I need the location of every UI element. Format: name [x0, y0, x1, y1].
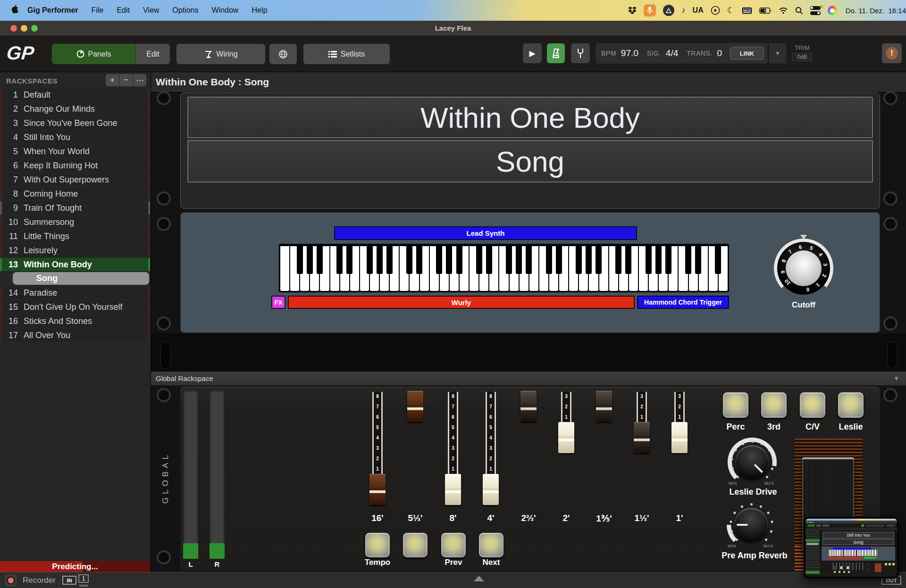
menubar-clock[interactable]: Do. 11. Dez. 16:14	[846, 7, 906, 15]
menu-edit[interactable]: Edit	[117, 6, 130, 15]
rackspace-item-17[interactable]: 17All Over You	[0, 329, 150, 342]
piano-black-key[interactable]	[346, 246, 352, 274]
transport-button[interactable]	[403, 532, 428, 558]
piano-black-key[interactable]	[456, 246, 462, 274]
piano-black-key[interactable]	[386, 246, 393, 274]
rackspace-item-16[interactable]: 16Sticks And Stones	[0, 315, 150, 328]
led-button-perc[interactable]	[722, 392, 749, 418]
trans-value[interactable]: 0	[717, 48, 722, 58]
drawbar-handle-16[interactable]	[369, 474, 386, 505]
piano-black-key[interactable]	[317, 246, 323, 274]
rackspace-item-15[interactable]: 15Don't Give Up On Yourself	[0, 300, 150, 314]
variation-item-song[interactable]: Song	[13, 272, 149, 285]
rackspace-item-12[interactable]: 12Leisurely	[0, 244, 150, 257]
rackspace-item-9[interactable]: 9Train Of Tought	[0, 201, 150, 215]
sig-value[interactable]: 4/4	[666, 48, 678, 58]
tuner-button[interactable]	[571, 43, 590, 63]
piano-black-key[interactable]	[476, 246, 482, 274]
piano-black-key[interactable]	[416, 246, 422, 274]
rackspace-item-6[interactable]: 6Keep It Burning Hot	[0, 159, 150, 172]
setlists-button[interactable]: Setlists	[303, 44, 390, 64]
play-circle-icon[interactable]	[711, 5, 720, 16]
transport-button-next[interactable]	[478, 532, 504, 558]
rackspace-item-3[interactable]: 3Since You've Been Gone	[0, 116, 150, 130]
transport-button-prev[interactable]	[441, 532, 466, 558]
wifi-icon[interactable]	[779, 5, 788, 16]
rackspace-menu-button[interactable]: ⋯	[133, 74, 146, 86]
wiring-button[interactable]: Wiring	[176, 44, 265, 64]
microphone-icon[interactable]	[644, 5, 656, 16]
piano-black-key[interactable]	[576, 246, 582, 274]
piano-black-key[interactable]	[615, 246, 621, 274]
piano-black-key[interactable]	[685, 246, 691, 274]
piano-black-key[interactable]	[665, 246, 671, 274]
pre-amp-reverb-knob[interactable]: MIN MAX	[727, 500, 776, 549]
leslie-drive-knob[interactable]: MIN MAX	[728, 438, 777, 487]
expand-arrow-icon[interactable]	[474, 576, 484, 581]
piano-black-key[interactable]	[556, 246, 562, 274]
led-button-3rd[interactable]	[761, 392, 787, 418]
piano-black-key[interactable]	[625, 246, 631, 274]
piano-black-key[interactable]	[516, 246, 522, 274]
drawbar-handle-1[interactable]	[596, 391, 612, 422]
search-icon[interactable]	[795, 5, 803, 16]
piano-black-key[interactable]	[715, 246, 721, 274]
piano-black-key[interactable]	[446, 246, 452, 274]
battery-icon[interactable]	[759, 5, 772, 16]
piano-black-key[interactable]	[695, 246, 701, 274]
global-rackspace-header[interactable]: Global Rackspace ▼	[151, 372, 906, 386]
rackspace-item-8[interactable]: 8Coming Home	[0, 187, 150, 200]
panic-button[interactable]: !	[882, 43, 902, 63]
record-button[interactable]	[5, 574, 17, 587]
piano-black-key[interactable]	[646, 246, 652, 274]
led-button-cv[interactable]	[799, 392, 826, 418]
add-rackspace-button[interactable]: +	[106, 74, 119, 86]
trim-value[interactable]: 0dB	[792, 53, 812, 61]
piano-black-key[interactable]	[307, 246, 313, 274]
rackspace-item-10[interactable]: 10Summersong	[0, 215, 150, 229]
piano-white-key[interactable]	[280, 246, 290, 291]
drawbar-handle-2[interactable]	[520, 391, 537, 422]
drawbar-handle-8[interactable]	[445, 474, 461, 505]
apple-icon[interactable]	[11, 5, 19, 16]
piano-black-key[interactable]	[486, 246, 492, 274]
input-badge[interactable]: IN	[62, 576, 76, 585]
piano-black-key[interactable]	[406, 246, 412, 274]
piano-black-key[interactable]	[655, 246, 662, 274]
transport-button-tempo[interactable]	[365, 532, 390, 558]
piano-black-key[interactable]	[596, 246, 602, 274]
wurly-zone-label[interactable]: Wurly	[288, 296, 635, 309]
drawbar-handle-1[interactable]	[634, 422, 650, 453]
tempo-dropdown-caret[interactable]: ▼	[769, 50, 787, 57]
rackspace-item-14[interactable]: 14Paradise	[0, 286, 150, 299]
globe-button[interactable]	[269, 44, 297, 64]
rackspace-item-1[interactable]: 1Default	[0, 88, 150, 101]
lead-synth-zone-label[interactable]: Lead Synth	[334, 226, 637, 240]
piano-black-key[interactable]	[377, 246, 383, 274]
bpm-value[interactable]: 97.0	[621, 48, 638, 58]
control-center-icon[interactable]	[810, 5, 821, 16]
drawbar-handle-1[interactable]	[671, 422, 688, 453]
hammond-zone-label[interactable]: Hammond Chord Trigger	[637, 296, 729, 309]
menu-help[interactable]: Help	[252, 6, 267, 15]
ua-label[interactable]: UA	[693, 5, 704, 16]
piano-black-key[interactable]	[297, 246, 303, 274]
app-menu-name[interactable]: Gig Performer	[27, 6, 78, 15]
led-button-leslie[interactable]	[838, 392, 864, 418]
rackspace-item-4[interactable]: 4Still Into You	[0, 131, 150, 144]
drawbar-handle-2[interactable]	[558, 422, 574, 453]
keyboard-icon[interactable]	[742, 5, 752, 16]
rackspace-item-2[interactable]: 2Change Our Minds	[0, 102, 150, 116]
piano-black-key[interactable]	[436, 246, 442, 274]
rackspace-item-7[interactable]: 7With Out Superpowers	[0, 173, 150, 186]
media-ring-icon[interactable]	[828, 5, 837, 16]
menu-options[interactable]: Options	[172, 6, 198, 15]
fx-zone-label[interactable]: FX	[271, 296, 285, 309]
piano-black-key[interactable]	[586, 246, 592, 274]
piano-black-key[interactable]	[526, 246, 532, 274]
collapse-caret-icon[interactable]: ▼	[893, 375, 906, 382]
drawbar-handle-4[interactable]	[483, 474, 499, 505]
preview-thumbnail-window[interactable]: Still Into You Song	[804, 517, 899, 579]
piano-black-key[interactable]	[506, 246, 512, 274]
edit-button[interactable]: Edit	[135, 44, 170, 64]
